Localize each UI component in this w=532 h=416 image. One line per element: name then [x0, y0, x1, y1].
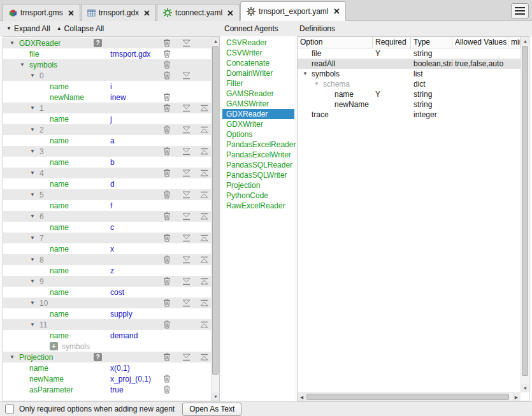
move-down-icon[interactable]: [180, 190, 192, 199]
definition-row[interactable]: ▼ file Y string: [298, 48, 521, 59]
tree-value[interactable]: j: [110, 115, 112, 124]
tab[interactable]: trnsport.gdx: [81, 4, 156, 21]
scroll-left-icon[interactable]: ◀: [298, 393, 306, 401]
tree-value[interactable]: a: [110, 136, 115, 145]
delete-icon[interactable]: [162, 255, 171, 264]
scroll-down-icon[interactable]: ▼: [521, 384, 529, 392]
expand-arrow-icon[interactable]: ▼: [10, 354, 19, 360]
tree-value[interactable]: x_proj_(0,1): [110, 375, 151, 384]
expand-arrow-icon[interactable]: ▼: [30, 235, 40, 241]
delete-icon[interactable]: [162, 277, 171, 285]
expand-arrow-icon[interactable]: ▼: [30, 170, 40, 176]
agent-list-item[interactable]: PandasExcelReader: [222, 140, 294, 150]
close-icon[interactable]: [144, 10, 150, 16]
definition-row[interactable]: ▼ symbols list: [298, 69, 521, 79]
tree-value[interactable]: f: [110, 201, 112, 210]
tree-value[interactable]: trnsport.gdx: [110, 50, 150, 59]
agent-list-item[interactable]: GAMSReader: [222, 89, 294, 99]
expand-all-button[interactable]: ▼ Expand All: [6, 24, 50, 33]
agent-list-item[interactable]: Options: [222, 129, 294, 140]
scrollbar-thumb[interactable]: [522, 46, 528, 376]
tree-value[interactable]: supply: [110, 310, 133, 319]
delete-icon[interactable]: [162, 104, 171, 112]
help-icon[interactable]: ?: [94, 353, 102, 361]
tree-value[interactable]: x(0,1): [110, 364, 130, 373]
agent-list-item[interactable]: Concatenate: [222, 58, 294, 68]
agent-list-item[interactable]: RawExcelReader: [222, 201, 294, 211]
move-up-icon[interactable]: [198, 104, 210, 112]
move-up-icon[interactable]: [198, 212, 210, 220]
move-up-icon[interactable]: [198, 126, 210, 134]
delete-icon[interactable]: [162, 71, 171, 80]
tree-value[interactable]: inew: [110, 93, 126, 102]
move-up-icon[interactable]: [198, 234, 210, 242]
tree-value[interactable]: d: [110, 180, 115, 189]
required-options-checkbox[interactable]: [5, 405, 14, 413]
tree-value[interactable]: z: [110, 266, 114, 275]
column-header-min[interactable]: min: [508, 37, 521, 48]
tree-value[interactable]: cost: [110, 288, 124, 297]
agent-list-item[interactable]: DomainWriter: [222, 68, 294, 78]
delete-icon[interactable]: [162, 375, 171, 383]
tab[interactable]: trnsport_export.yaml: [240, 1, 345, 21]
expand-arrow-icon[interactable]: ▼: [30, 105, 40, 111]
move-down-icon[interactable]: [180, 104, 192, 112]
move-up-icon[interactable]: [198, 353, 210, 361]
tree-value[interactable]: c: [110, 223, 114, 232]
agent-list-item[interactable]: CSVWriter: [222, 48, 294, 58]
expand-arrow-icon[interactable]: ▼: [303, 69, 312, 79]
expand-arrow-icon[interactable]: ▼: [10, 40, 19, 46]
column-header-allowed-values[interactable]: Allowed Values: [452, 37, 508, 48]
definitions-vertical-scrollbar[interactable]: ▲ ▼: [521, 37, 529, 392]
agent-list-item[interactable]: GDXWriter: [222, 119, 294, 129]
move-up-icon[interactable]: [198, 320, 210, 329]
definitions-horizontal-scrollbar[interactable]: ◀ ▶: [298, 392, 521, 401]
move-up-icon[interactable]: [198, 299, 210, 307]
expand-arrow-icon[interactable]: ▼: [30, 213, 40, 219]
scrollbar-thumb[interactable]: [306, 394, 509, 400]
delete-icon[interactable]: [162, 93, 171, 101]
column-header-type[interactable]: Type: [411, 37, 452, 48]
column-header-required[interactable]: Required: [373, 37, 411, 48]
tab[interactable]: trnsport.gms: [3, 4, 80, 21]
definition-row[interactable]: ▼ readAll boolean,string true,false,auto: [298, 59, 521, 69]
open-as-text-button[interactable]: Open As Text: [182, 403, 241, 416]
collapse-all-button[interactable]: ▲ Collapse All: [57, 24, 104, 33]
tree-value[interactable]: true: [110, 385, 124, 394]
definition-row[interactable]: ▼ newName string: [298, 99, 521, 110]
expand-arrow-icon[interactable]: ▼: [30, 192, 40, 197]
delete-icon[interactable]: [162, 126, 171, 134]
expand-arrow-icon[interactable]: ▼: [20, 62, 29, 68]
tree-value[interactable]: x: [110, 245, 114, 254]
expand-arrow-icon[interactable]: ▼: [30, 300, 40, 306]
move-up-icon[interactable]: [198, 169, 210, 177]
delete-icon[interactable]: [162, 39, 171, 47]
delete-icon[interactable]: [162, 169, 171, 177]
move-up-icon[interactable]: [198, 147, 210, 155]
move-down-icon[interactable]: [180, 147, 192, 155]
definition-row[interactable]: ▼ schema dict: [298, 79, 521, 89]
agent-list-item[interactable]: PandasSQLWriter: [222, 170, 294, 180]
column-header-option[interactable]: Option: [298, 37, 373, 48]
expand-arrow-icon[interactable]: ▼: [30, 257, 40, 262]
delete-icon[interactable]: [162, 212, 171, 220]
scroll-up-icon[interactable]: ▲: [212, 37, 220, 45]
delete-icon[interactable]: [162, 320, 171, 329]
move-up-icon[interactable]: [198, 277, 210, 285]
agent-list-item[interactable]: PythonCode: [222, 190, 294, 201]
expand-arrow-icon[interactable]: ▼: [30, 73, 40, 78]
agent-list-item[interactable]: PandasExcelWriter: [222, 150, 294, 160]
definition-row[interactable]: ▼ name Y string: [298, 89, 521, 99]
delete-icon[interactable]: [162, 385, 171, 394]
agent-list-item[interactable]: PandasSQLReader: [222, 160, 294, 170]
agent-list-item[interactable]: CSVReader: [222, 38, 294, 48]
close-icon[interactable]: [227, 10, 233, 16]
tree-value[interactable]: b: [110, 158, 115, 167]
add-icon[interactable]: +: [50, 342, 58, 350]
move-down-icon[interactable]: [180, 353, 192, 361]
scroll-up-icon[interactable]: ▲: [521, 37, 529, 45]
agent-list-item[interactable]: GAMSWriter: [222, 99, 294, 109]
move-down-icon[interactable]: [180, 212, 192, 220]
expand-arrow-icon[interactable]: ▼: [30, 322, 40, 327]
delete-icon[interactable]: [162, 234, 171, 242]
